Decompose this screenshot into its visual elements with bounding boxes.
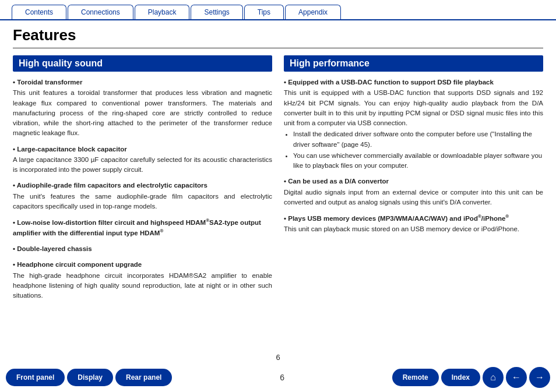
feature-headphone-circuit: • Headphone circuit component upgrade Th… — [13, 260, 272, 301]
page-number-center: 6 — [280, 373, 284, 382]
tab-playback[interactable]: Playback — [135, 5, 190, 19]
feature-usb-dac: • Equipped with a USB-DAC function to su… — [284, 77, 543, 171]
feature-body: The high-grade headphone circuit incorpo… — [13, 271, 272, 301]
list-item: You can use whichever commercially avail… — [293, 151, 543, 171]
right-section-heading: High performance — [284, 55, 543, 72]
content-columns: High quality sound • Toroidal transforme… — [13, 55, 543, 306]
back-button[interactable]: ← — [506, 367, 527, 388]
feature-title: • Double-layered chassis — [13, 245, 92, 252]
feature-da-convertor: • Can be used as a D/A convertor Digital… — [284, 176, 543, 207]
page-number: 6 — [276, 353, 280, 362]
left-column: High quality sound • Toroidal transforme… — [13, 55, 272, 306]
feature-bullets: Install the dedicated driver software on… — [284, 129, 543, 171]
index-button[interactable]: Index — [441, 369, 480, 386]
feature-title: • Toroidal transformer — [13, 79, 82, 86]
bottom-navigation: Front panel Display Rear panel 6 Remote … — [0, 363, 556, 392]
tab-appendix[interactable]: Appendix — [285, 5, 341, 19]
feature-title: • Audiophile-grade film capacitors and e… — [13, 182, 207, 189]
feature-body: Digital audio signals input from an exte… — [284, 188, 543, 208]
page-content: Features High quality sound • Toroidal t… — [0, 20, 556, 306]
tab-settings[interactable]: Settings — [191, 5, 242, 19]
feature-body: The unit's features the same audiophile-… — [13, 192, 272, 212]
left-section-heading: High quality sound — [13, 55, 272, 72]
feature-usb-ipod: • Plays USB memory devices (MP3/WMA/AAC/… — [284, 213, 543, 234]
feature-double-chassis: • Double-layered chassis — [13, 244, 272, 254]
feature-audiophile-capacitors: • Audiophile-grade film capacitors and e… — [13, 181, 272, 211]
page-title: Features — [13, 26, 543, 48]
feature-title: • Plays USB memory devices (MP3/WMA/AAC/… — [284, 215, 509, 222]
rear-panel-button[interactable]: Rear panel — [115, 369, 172, 386]
tab-connections[interactable]: Connections — [68, 5, 133, 19]
forward-button[interactable]: → — [529, 367, 550, 388]
feature-title: • Headphone circuit component upgrade — [13, 261, 142, 268]
feature-body: This unit can playback music stored on a… — [284, 224, 543, 234]
feature-body: This unit is equipped with a USB-DAC fun… — [284, 88, 543, 128]
feature-title: • Equipped with a USB-DAC function to su… — [284, 79, 494, 86]
feature-body: A large capacitance 3300 µF capacitor ca… — [13, 155, 272, 175]
feature-title: • Large-capacitance block capacitor — [13, 146, 127, 153]
feature-toroidal-transformer: • Toroidal transformer This unit feature… — [13, 77, 272, 139]
tab-contents[interactable]: Contents — [12, 5, 66, 19]
feature-title: • Low-noise low-distortion filter circui… — [13, 219, 261, 236]
right-column: High performance • Equipped with a USB-D… — [284, 55, 543, 306]
feature-title: • Can be used as a D/A convertor — [284, 178, 389, 185]
top-navigation: Contents Connections Playback Settings T… — [0, 0, 556, 20]
list-item: Install the dedicated driver software on… — [293, 129, 543, 150]
tab-tips[interactable]: Tips — [244, 5, 284, 19]
front-panel-button[interactable]: Front panel — [6, 369, 65, 386]
feature-body: This unit features a toroidal transforme… — [13, 88, 272, 138]
remote-button[interactable]: Remote — [392, 369, 439, 386]
display-button[interactable]: Display — [67, 369, 113, 386]
home-button[interactable]: ⌂ — [483, 367, 504, 388]
feature-large-capacitance: • Large-capacitance block capacitor A la… — [13, 144, 272, 175]
feature-low-noise-filter: • Low-noise low-distortion filter circui… — [13, 217, 272, 238]
